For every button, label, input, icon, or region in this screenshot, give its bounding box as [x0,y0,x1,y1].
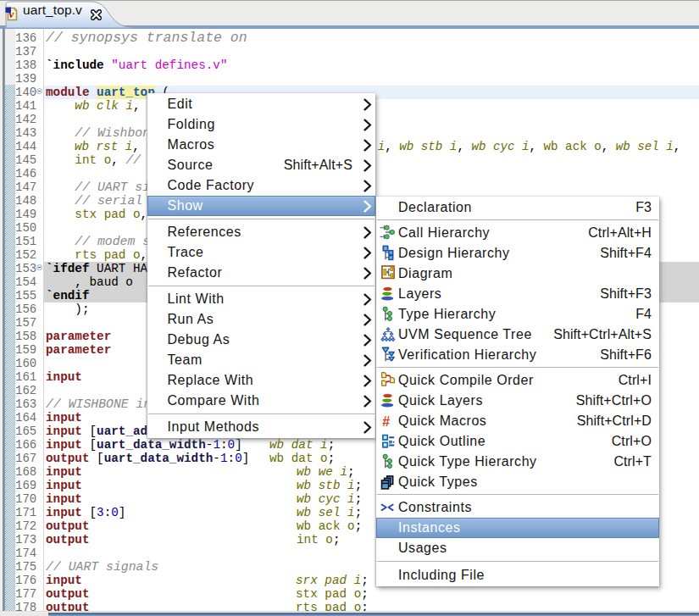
svg-text:#: # [382,413,390,428]
